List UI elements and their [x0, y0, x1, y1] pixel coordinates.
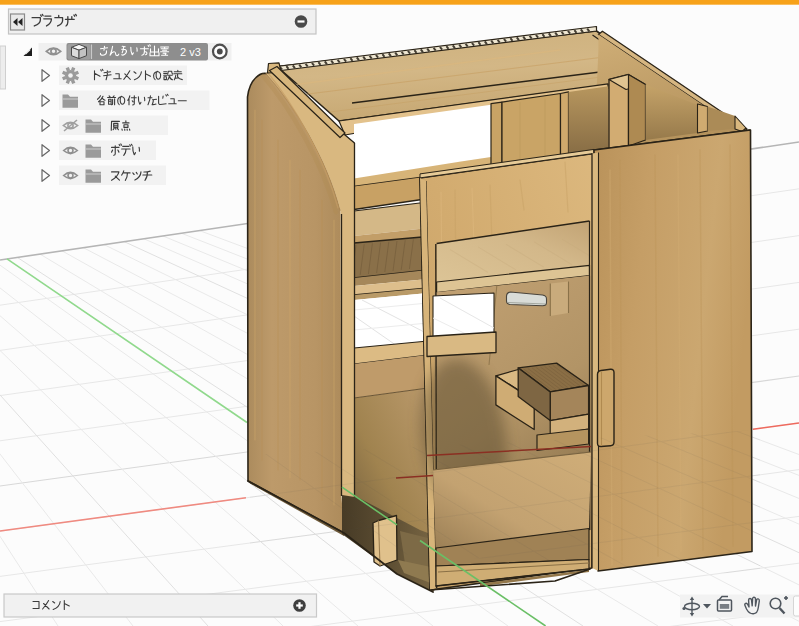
svg-text:2 v3: 2 v3 — [180, 46, 201, 58]
